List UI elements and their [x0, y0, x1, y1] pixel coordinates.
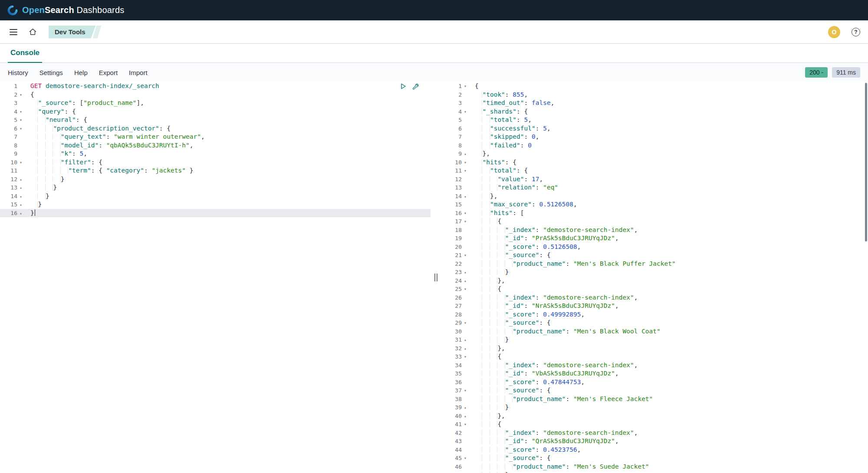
pane-resizer[interactable] — [431, 82, 441, 473]
code-line[interactable]: } — [469, 471, 868, 473]
response-scrollbar[interactable] — [865, 83, 867, 241]
code-line[interactable]: "_source": { — [469, 251, 868, 260]
fold-close-icon[interactable]: ▴ — [462, 412, 469, 421]
fold-close-icon[interactable]: ▴ — [462, 192, 469, 201]
fold-open-icon[interactable]: ▾ — [17, 116, 24, 124]
fold-close-icon[interactable]: ▴ — [462, 150, 469, 158]
fold-open-icon[interactable]: ▾ — [462, 166, 469, 175]
code-line[interactable]: "k": 5, — [24, 150, 431, 158]
code-line[interactable]: { — [469, 420, 868, 429]
help-menu-button[interactable]: Help — [74, 69, 88, 76]
code-line[interactable]: } — [24, 200, 431, 209]
code-line[interactable]: "max_score": 0.5126508, — [469, 200, 868, 209]
code-line[interactable]: "total": 5, — [469, 116, 868, 124]
code-line[interactable]: } — [469, 336, 868, 344]
fold-close-icon[interactable]: ▴ — [462, 277, 469, 285]
settings-button[interactable]: Settings — [39, 69, 63, 76]
fold-close-icon[interactable]: ▴ — [17, 192, 24, 201]
code-line[interactable]: "_id": "NrASk5sBduC3JRUYqJDz", — [469, 302, 868, 310]
fold-open-icon[interactable]: ▾ — [462, 420, 469, 429]
code-line[interactable]: "_source": ["product_name"], — [24, 99, 431, 108]
fold-close-icon[interactable]: ▴ — [462, 471, 469, 473]
code-line[interactable]: "_id": "PrASk5sBduC3JRUYqJDz", — [469, 234, 868, 243]
code-line[interactable]: "product_name": "Men's Suede Jacket" — [469, 463, 868, 471]
code-line[interactable]: } — [24, 183, 431, 192]
fold-open-icon[interactable]: ▾ — [462, 454, 469, 463]
nav-menu-button[interactable] — [8, 26, 19, 38]
send-request-button[interactable] — [399, 82, 407, 90]
code-line[interactable]: "query": { — [24, 108, 431, 116]
code-line[interactable]: "_score": 0.49992895, — [469, 310, 868, 319]
code-line[interactable]: "skipped": 0, — [469, 133, 868, 141]
code-line[interactable]: "_score": 0.4523756, — [469, 446, 868, 454]
code-line[interactable]: }, — [469, 277, 868, 285]
code-line[interactable]: "query_text": "warm winter outerwear", — [24, 133, 431, 141]
code-line[interactable]: } — [469, 403, 868, 412]
fold-open-icon[interactable]: ▾ — [462, 217, 469, 226]
code-line[interactable]: "filter": { — [24, 158, 431, 167]
code-line[interactable]: { — [24, 91, 431, 99]
code-line[interactable]: "value": 17, — [469, 175, 868, 184]
fold-open-icon[interactable]: ▾ — [462, 209, 469, 218]
code-line[interactable]: "hits": { — [469, 158, 868, 167]
code-line[interactable]: "model_id": "qbAQk5sBduC3JRUYtI-h", — [24, 141, 431, 150]
code-line[interactable]: "total": { — [469, 166, 868, 175]
fold-close-icon[interactable]: ▴ — [462, 344, 469, 353]
request-editor[interactable]: 12▾34▾5▾6▾78910▾1112▴13▴14▴15▴16▴ GET de… — [0, 82, 431, 473]
code-line[interactable]: "_id": "VbASk5sBduC3JRUYqJDz", — [469, 369, 868, 378]
fold-close-icon[interactable]: ▴ — [462, 403, 469, 412]
home-button[interactable] — [27, 26, 38, 38]
code-line[interactable]: { — [469, 82, 868, 91]
request-code[interactable]: GET demostore-search-index/_search{ "_so… — [24, 82, 431, 473]
fold-open-icon[interactable]: ▾ — [17, 124, 24, 133]
code-line[interactable]: "_source": { — [469, 319, 868, 327]
code-line[interactable]: "_score": 0.47844753, — [469, 378, 868, 387]
code-line[interactable]: "_index": "demostore-search-index", — [469, 361, 868, 370]
code-line[interactable]: }, — [469, 192, 868, 201]
fold-open-icon[interactable]: ▾ — [17, 108, 24, 116]
fold-open-icon[interactable]: ▾ — [462, 386, 469, 395]
code-line[interactable]: "_shards": { — [469, 108, 868, 116]
code-line[interactable]: GET demostore-search-index/_search — [24, 82, 431, 91]
code-line[interactable]: "_source": { — [469, 386, 868, 395]
fold-open-icon[interactable]: ▾ — [462, 352, 469, 361]
code-line[interactable]: "neural": { — [24, 116, 431, 124]
response-editor[interactable]: 1▾234▾56789▴10▾11▾121314▴1516▾17▾1819202… — [441, 82, 868, 473]
fold-close-icon[interactable]: ▴ — [17, 175, 24, 184]
fold-open-icon[interactable]: ▾ — [462, 251, 469, 260]
code-line[interactable]: "product_name": "Men's Black Wool Coat" — [469, 327, 868, 336]
code-line[interactable]: "_index": "demostore-search-index", — [469, 294, 868, 302]
code-line[interactable]: { — [469, 217, 868, 226]
code-line[interactable]: "_score": 0.5126508, — [469, 243, 868, 251]
code-line[interactable]: "failed": 0 — [469, 141, 868, 150]
code-line[interactable]: { — [469, 352, 868, 361]
code-line[interactable]: }, — [469, 344, 868, 353]
code-line[interactable]: "_source": { — [469, 454, 868, 463]
fold-open-icon[interactable]: ▾ — [462, 285, 469, 294]
fold-close-icon[interactable]: ▴ — [17, 209, 24, 218]
code-line[interactable]: }, — [469, 412, 868, 421]
breadcrumb-dev-tools[interactable]: Dev Tools — [49, 26, 96, 39]
code-line[interactable]: }, — [469, 150, 868, 158]
help-icon[interactable]: ? — [852, 28, 860, 36]
request-options-button[interactable] — [411, 82, 419, 90]
fold-open-icon[interactable]: ▾ — [17, 158, 24, 167]
fold-close-icon[interactable]: ▴ — [17, 200, 24, 209]
fold-close-icon[interactable]: ▴ — [462, 268, 469, 277]
code-line[interactable]: "_id": "QrASk5sBduC3JRUYqJDz", — [469, 437, 868, 446]
fold-open-icon[interactable]: ▾ — [17, 91, 24, 99]
code-line[interactable]: "product_description_vector": { — [24, 124, 431, 133]
response-code[interactable]: { "took": 855, "timed_out": false, "_sha… — [469, 82, 868, 473]
history-button[interactable]: History — [8, 69, 28, 76]
code-line[interactable]: "_index": "demostore-search-index", — [469, 429, 868, 437]
fold-open-icon[interactable]: ▾ — [462, 158, 469, 167]
code-line[interactable]: "relation": "eq" — [469, 183, 868, 192]
code-line[interactable]: "product_name": "Men's Fleece Jacket" — [469, 395, 868, 404]
code-line[interactable]: "successful": 5, — [469, 124, 868, 133]
code-line[interactable]: } — [24, 175, 431, 184]
code-line[interactable]: { — [469, 285, 868, 294]
opensearch-brand[interactable]: OpenSearch Dashboards — [7, 5, 124, 16]
code-line[interactable]: "took": 855, — [469, 91, 868, 99]
avatar[interactable]: O — [828, 26, 840, 38]
code-line[interactable]: "hits": [ — [469, 209, 868, 218]
